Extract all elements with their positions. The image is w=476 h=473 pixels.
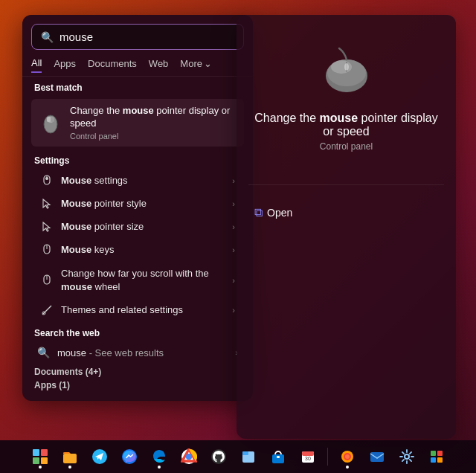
search-panel: 🔍 All Apps Documents Web More ⌄ Best mat… <box>22 15 253 401</box>
svg-text:30: 30 <box>305 456 311 461</box>
settings-item-mouse-keys[interactable]: Mouse keys › <box>31 239 244 261</box>
right-panel-mouse-icon <box>313 45 380 100</box>
arrow-icon: › <box>232 199 235 208</box>
taskbar: 30 <box>0 440 476 473</box>
svg-point-36 <box>405 454 409 459</box>
open-link-icon: ⧉ <box>254 206 263 219</box>
settings-item-text: Mouse pointer style <box>61 197 225 210</box>
taskbar-telegram[interactable] <box>86 443 113 470</box>
scroll-icon <box>40 274 54 287</box>
settings-item-text: Mouse settings <box>61 174 225 187</box>
settings-item-themes[interactable]: Themes and related settings › <box>31 299 244 321</box>
settings-item-pointer-style[interactable]: Mouse pointer style › <box>31 193 244 215</box>
svg-rect-37 <box>431 451 436 456</box>
documents-label: Documents (4+) <box>22 364 253 379</box>
settings-item-text: Mouse pointer size <box>61 220 225 234</box>
windows-logo <box>33 449 48 464</box>
taskbar-chrome[interactable] <box>176 443 202 470</box>
taskbar-store[interactable] <box>265 443 292 470</box>
svg-point-7 <box>45 177 48 180</box>
svg-rect-28 <box>277 456 280 458</box>
arrow-icon: › <box>232 245 235 254</box>
arrow-icon: › <box>232 306 235 315</box>
pointer-style-icon <box>40 197 54 210</box>
taskbar-divider <box>327 448 328 466</box>
arrow-icon: › <box>232 276 235 285</box>
mouse-settings-icon <box>40 174 54 187</box>
best-match-icon <box>39 111 62 135</box>
svg-point-34 <box>345 454 350 459</box>
right-panel-title: Change the mouse pointer display or spee… <box>248 112 444 138</box>
web-search-text: mouse - See web results <box>57 347 228 358</box>
settings-list: Mouse settings › Mouse pointer style › M… <box>22 170 253 321</box>
svg-rect-4 <box>51 117 54 122</box>
web-search-item[interactable]: 🔍 mouse - See web results › <box>28 342 247 363</box>
tab-web[interactable]: Web <box>149 55 169 72</box>
best-match-text: Change the mouse pointer display or spee… <box>70 105 237 141</box>
search-icon: 🔍 <box>41 31 54 43</box>
start-button[interactable] <box>27 443 54 470</box>
settings-item-mouse-settings[interactable]: Mouse settings › <box>31 170 244 192</box>
taskbar-messenger[interactable] <box>116 443 143 470</box>
mouse-keys-icon <box>40 243 54 257</box>
filter-tabs: All Apps Documents Web More ⌄ <box>22 50 253 77</box>
settings-label: Settings <box>22 149 253 169</box>
svg-point-17 <box>344 63 349 71</box>
arrow-icon: › <box>232 222 235 231</box>
apps-label: Apps (1) <box>22 379 253 392</box>
pointer-size-icon <box>40 220 54 234</box>
svg-rect-3 <box>47 117 51 122</box>
taskbar-mail[interactable] <box>364 443 390 470</box>
tab-apps[interactable]: Apps <box>54 55 76 72</box>
taskbar-calendar[interactable]: 30 <box>295 443 321 470</box>
tab-more[interactable]: More ⌄ <box>180 58 212 69</box>
chevron-down-icon: ⌄ <box>204 58 212 69</box>
taskbar-explorer[interactable] <box>57 443 83 470</box>
themes-icon <box>40 303 54 317</box>
best-match-item[interactable]: Change the mouse pointer display or spee… <box>31 99 244 147</box>
best-match-subtitle: Control panel <box>70 132 237 141</box>
taskbar-edge[interactable] <box>146 443 173 470</box>
web-label: Search the web <box>22 322 253 341</box>
settings-item-text: Change how far you scroll with the mouse… <box>61 267 225 294</box>
taskbar-files[interactable] <box>235 443 262 470</box>
search-input[interactable] <box>60 30 234 43</box>
best-match-label: Best match <box>22 77 253 96</box>
web-search-icon: 🔍 <box>37 347 50 358</box>
taskbar-github[interactable] <box>205 443 232 470</box>
search-box[interactable]: 🔍 <box>31 24 244 50</box>
svg-rect-40 <box>437 457 443 463</box>
svg-point-23 <box>186 454 192 460</box>
settings-item-pointer-size[interactable]: Mouse pointer size › <box>31 216 244 238</box>
tab-all[interactable]: All <box>31 54 42 73</box>
svg-rect-26 <box>242 451 248 455</box>
svg-rect-35 <box>370 452 384 462</box>
open-label: Open <box>267 207 292 219</box>
settings-item-scroll[interactable]: Change how far you scroll with the mouse… <box>31 263 244 298</box>
best-match-title: Change the mouse pointer display or spee… <box>70 105 237 130</box>
taskbar-more[interactable] <box>423 443 450 470</box>
taskbar-firefox[interactable] <box>334 443 361 470</box>
taskbar-settings[interactable] <box>393 443 420 470</box>
open-button[interactable]: ⧉ Open <box>248 203 444 222</box>
settings-item-text: Mouse keys <box>61 243 225 257</box>
svg-rect-18 <box>63 454 77 463</box>
right-panel: Change the mouse pointer display or spee… <box>237 15 456 439</box>
tab-documents[interactable]: Documents <box>88 55 137 72</box>
arrow-icon: › <box>232 176 235 185</box>
svg-rect-27 <box>272 454 284 463</box>
settings-item-text: Themes and related settings <box>61 303 225 317</box>
svg-rect-38 <box>437 451 443 456</box>
right-panel-subtitle: Control panel <box>320 141 373 152</box>
svg-rect-39 <box>431 457 436 463</box>
